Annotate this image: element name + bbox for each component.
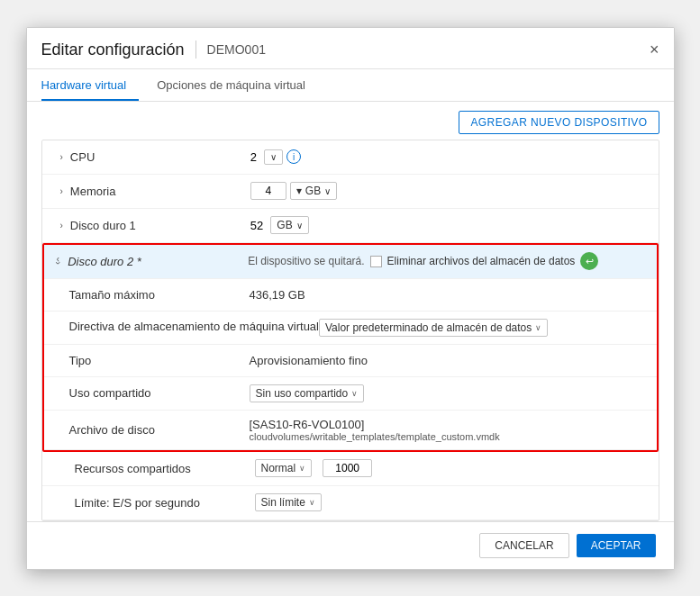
disk2-type-label: Tipo [69, 354, 250, 367]
disk2-type-row: Tipo Aprovisionamiento fino [44, 345, 657, 377]
cpu-info-icon[interactable]: i [286, 149, 301, 164]
memory-row[interactable]: Memoria ▾ GB ∨ [42, 175, 659, 209]
disk2-maxsize-label: Tamaño máximo [69, 288, 250, 302]
disk2-file-line2: cloudvolumes/writable_templates/template… [250, 431, 639, 442]
modal-subtitle: DEMO001 [207, 42, 266, 57]
shared-resources-row: Recursos compartidos Normal ∨ [42, 452, 659, 486]
header-divider [195, 41, 196, 59]
memory-chevron [60, 186, 63, 196]
disk2-type-value: Aprovisionamiento fino [250, 354, 639, 367]
disk2-remove-text: El dispositivo se quitará. [248, 255, 364, 267]
disk1-chevron [60, 221, 63, 230]
cpu-value-area: 2 ∨ i [250, 149, 301, 165]
shared-resources-value: Normal ∨ [255, 459, 373, 477]
disk1-value: 52 [250, 219, 263, 232]
disk2-chevron: › [52, 258, 62, 265]
disk2-file-label: Archivo de disco [69, 423, 250, 437]
cpu-dropdown[interactable]: ∨ [264, 149, 283, 165]
accept-button[interactable]: ACEPTAR [577, 534, 656, 557]
memory-unit-dropdown[interactable]: ▾ GB ∨ [290, 182, 337, 200]
shared-resources-input[interactable] [323, 459, 372, 477]
disk2-header: › Disco duro 2 * El dispositivo se quita… [44, 245, 657, 279]
disk2-undo-icon[interactable] [580, 252, 598, 270]
disk2-shared-use-value: Sin uso compartido ∨ [250, 384, 639, 402]
modal-header: Editar configuración DEMO001 × [27, 28, 674, 69]
disk1-label: Disco duro 1 [70, 219, 250, 232]
memory-value-area: ▾ GB ∨ [250, 182, 337, 200]
toolbar: AGREGAR NUEVO DISPOSITIVO [27, 102, 674, 140]
disk2-storage-policy-value: Valor predeterminado de almacén de datos… [319, 319, 639, 337]
shared-resources-label: Recursos compartidos [75, 462, 255, 475]
io-limit-dropdown[interactable]: Sin límite ∨ [255, 493, 322, 511]
disk2-storage-policy-dropdown[interactable]: Valor predeterminado de almacén de datos… [319, 319, 548, 337]
disk1-unit-dropdown[interactable]: GB ∨ [270, 216, 308, 234]
disk2-file-value: [SAS10-R6-VOL0100] cloudvolumes/writable… [250, 418, 639, 442]
tab-hardware-virtual[interactable]: Hardware virtual [41, 69, 140, 101]
tab-vm-options[interactable]: Opciones de máquina virtual [157, 69, 318, 101]
io-limit-row: Límite: E/S por segundo Sin límite ∨ [42, 486, 659, 520]
modal-footer: CANCELAR ACEPTAR [27, 521, 674, 569]
cpu-row[interactable]: CPU 2 ∨ i [42, 140, 659, 175]
disk2-storage-policy-row: Directiva de almacenamiento de máquina v… [44, 312, 657, 345]
disk2-storage-policy-label: Directiva de almacenamiento de máquina v… [69, 319, 319, 335]
disk2-value-area: El dispositivo se quitará. Eliminar arch… [248, 252, 638, 270]
modal-title: Editar configuración [41, 41, 185, 59]
add-device-button[interactable]: AGREGAR NUEVO DISPOSITIVO [459, 111, 659, 134]
main-content: CPU 2 ∨ i Memoria ▾ GB [27, 140, 674, 521]
modal: Editar configuración DEMO001 × Hardware … [26, 27, 675, 570]
close-button[interactable]: × [650, 41, 659, 58]
disk2-shared-use-row: Uso compartido Sin uso compartido ∨ [44, 377, 657, 411]
disk2-maxsize-value: 436,19 GB [250, 288, 639, 302]
memory-input[interactable] [250, 182, 286, 200]
memory-label: Memoria [70, 185, 250, 198]
disk2-shared-use-label: Uso compartido [69, 386, 250, 400]
cpu-chevron [60, 152, 63, 162]
disk2-maxsize-row: Tamaño máximo 436,19 GB [44, 279, 657, 312]
disk1-value-area: 52 GB ∨ [250, 216, 309, 234]
disk2-file-line1: [SAS10-R6-VOL0100] [250, 418, 639, 431]
cancel-button[interactable]: CANCELAR [479, 533, 568, 558]
cpu-value: 2 [250, 150, 257, 164]
io-limit-label: Límite: E/S por segundo [75, 496, 255, 510]
io-limit-value: Sin límite ∨ [255, 493, 322, 511]
cpu-label: CPU [70, 150, 250, 164]
disk2-delete-label: Eliminar archivos del almacén de datos [387, 255, 576, 267]
disk2-section: › Disco duro 2 * El dispositivo se quita… [42, 243, 659, 452]
disk2-delete-checkbox[interactable] [370, 256, 382, 267]
shared-resources-dropdown[interactable]: Normal ∨ [255, 459, 313, 477]
config-section: CPU 2 ∨ i Memoria ▾ GB [41, 140, 659, 521]
disk1-row[interactable]: Disco duro 1 52 GB ∨ [42, 209, 659, 243]
disk2-label: Disco duro 2 * [68, 255, 248, 268]
disk2-file-row: Archivo de disco [SAS10-R6-VOL0100] clou… [44, 411, 657, 450]
tabs-bar: Hardware virtual Opciones de máquina vir… [27, 69, 674, 102]
disk2-shared-use-dropdown[interactable]: Sin uso compartido ∨ [250, 384, 365, 402]
